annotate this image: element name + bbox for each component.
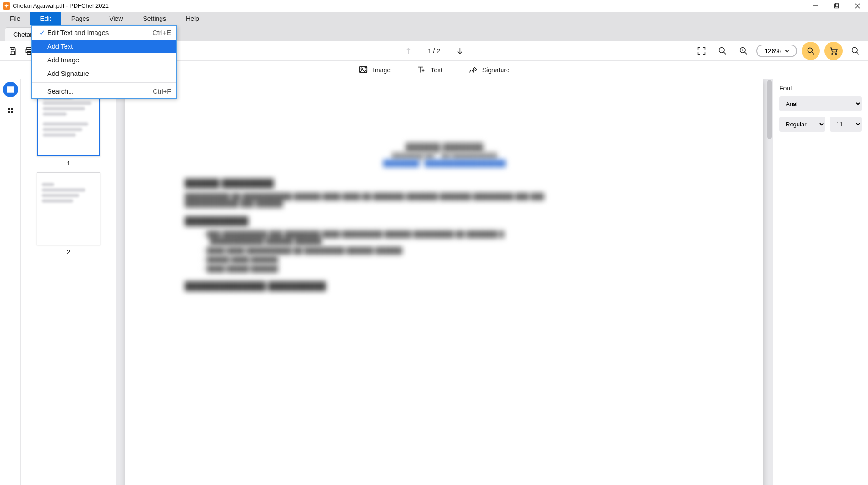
svg-rect-9	[27, 51, 31, 54]
svg-rect-38	[11, 111, 13, 114]
svg-point-19	[808, 48, 812, 52]
svg-rect-35	[8, 108, 10, 110]
save-button[interactable]	[5, 43, 21, 59]
close-button[interactable]	[847, 0, 868, 12]
app-icon: ✦	[3, 2, 10, 10]
svg-line-24	[857, 52, 859, 54]
svg-rect-5	[11, 47, 14, 49]
menu-add-image[interactable]: Add Image	[32, 53, 176, 67]
premium-search-button[interactable]	[802, 42, 820, 60]
menu-add-text[interactable]: Add Text	[32, 40, 176, 53]
font-weight-select[interactable]: Regular	[779, 117, 825, 132]
menu-search[interactable]: Search... Ctrl+F	[32, 85, 176, 98]
zoom-value: 128%	[764, 47, 781, 55]
svg-rect-33	[7, 87, 10, 92]
left-rail	[0, 79, 21, 485]
svg-rect-37	[8, 111, 10, 114]
insert-image-button[interactable]: Image	[358, 65, 391, 75]
menu-help[interactable]: Help	[176, 12, 209, 25]
page-indicator: 1 / 2	[428, 47, 440, 55]
fullscreen-button[interactable]	[693, 43, 710, 59]
grid-icon	[6, 106, 15, 115]
search-icon	[851, 46, 860, 55]
minimize-button[interactable]	[805, 0, 826, 12]
window-title: Chetan Agarwal.pdf - PDFChef 2021	[13, 2, 109, 9]
svg-line-20	[812, 52, 814, 54]
workspace: 1 2 ██████ ███████ ███████ ██ ██ ███████…	[0, 79, 868, 485]
text-icon	[416, 65, 426, 75]
insert-text-button[interactable]: Text	[416, 65, 442, 75]
font-panel-title: Font:	[779, 85, 862, 92]
check-icon: ✓	[37, 29, 47, 36]
search-button[interactable]	[847, 43, 863, 59]
expand-icon	[697, 46, 706, 55]
save-icon	[8, 46, 17, 55]
panel-icon	[6, 85, 15, 94]
vertical-scrollbar[interactable]	[767, 80, 772, 139]
svg-line-13	[724, 52, 726, 54]
maximize-button[interactable]	[826, 0, 847, 12]
title-bar: ✦ Chetan Agarwal.pdf - PDFChef 2021	[0, 0, 868, 12]
menu-bar: File Edit Pages View Settings Help	[0, 12, 868, 25]
document-canvas[interactable]: ██████ ███████ ███████ ██ ██ ██████████ …	[116, 79, 773, 485]
svg-point-22	[835, 53, 837, 55]
menu-divider	[32, 82, 176, 83]
menu-file[interactable]: File	[0, 12, 30, 25]
menu-pages[interactable]: Pages	[61, 12, 100, 25]
font-panel: Font: Arial Regular 11	[773, 79, 868, 485]
insert-image-label: Image	[373, 66, 391, 74]
thumbnail-label-2: 2	[30, 249, 107, 255]
zoom-in-icon	[739, 46, 748, 55]
arrow-up-icon	[404, 47, 412, 55]
menu-edit-text-and-images[interactable]: ✓ Edit Text and Images Ctrl+E	[32, 26, 176, 40]
prev-page-button[interactable]	[401, 44, 415, 58]
menu-settings[interactable]: Settings	[133, 12, 176, 25]
thumbnails-toggle[interactable]	[3, 82, 18, 97]
thumbnail-page-2[interactable]	[37, 172, 100, 245]
thumbnail-label-1: 1	[30, 160, 107, 167]
menu-add-signature[interactable]: Add Signature	[32, 67, 176, 80]
signature-icon	[468, 65, 478, 75]
svg-rect-6	[11, 51, 15, 54]
svg-point-23	[852, 47, 858, 53]
svg-line-16	[745, 52, 747, 54]
insert-text-label: Text	[431, 66, 442, 74]
insert-signature-button[interactable]: Signature	[468, 65, 510, 75]
cart-icon	[829, 46, 838, 55]
zoom-in-button[interactable]	[735, 43, 752, 59]
font-size-select[interactable]: 11	[830, 117, 862, 132]
page-1[interactable]: ██████ ███████ ███████ ██ ██ ██████████ …	[125, 79, 763, 485]
svg-rect-36	[11, 108, 13, 110]
menu-edit[interactable]: Edit	[30, 12, 61, 25]
chevron-down-icon	[784, 48, 790, 54]
zoom-out-button[interactable]	[714, 43, 731, 59]
next-page-button[interactable]	[453, 44, 467, 58]
thumbnail-panel: 1 2	[21, 79, 116, 485]
zoom-out-icon	[718, 46, 727, 55]
search-bold-icon	[806, 46, 815, 55]
svg-point-21	[832, 53, 833, 55]
edit-dropdown-menu: ✓ Edit Text and Images Ctrl+E Add Text A…	[31, 25, 177, 99]
svg-rect-34	[10, 87, 14, 92]
zoom-dropdown[interactable]: 128%	[756, 45, 797, 57]
image-icon	[358, 65, 368, 75]
menu-view[interactable]: View	[99, 12, 133, 25]
insert-signature-label: Signature	[482, 66, 510, 74]
font-family-select[interactable]: Arial	[779, 96, 862, 111]
arrow-down-icon	[456, 47, 464, 55]
grid-view-button[interactable]	[3, 103, 18, 118]
shop-button[interactable]	[824, 42, 843, 60]
